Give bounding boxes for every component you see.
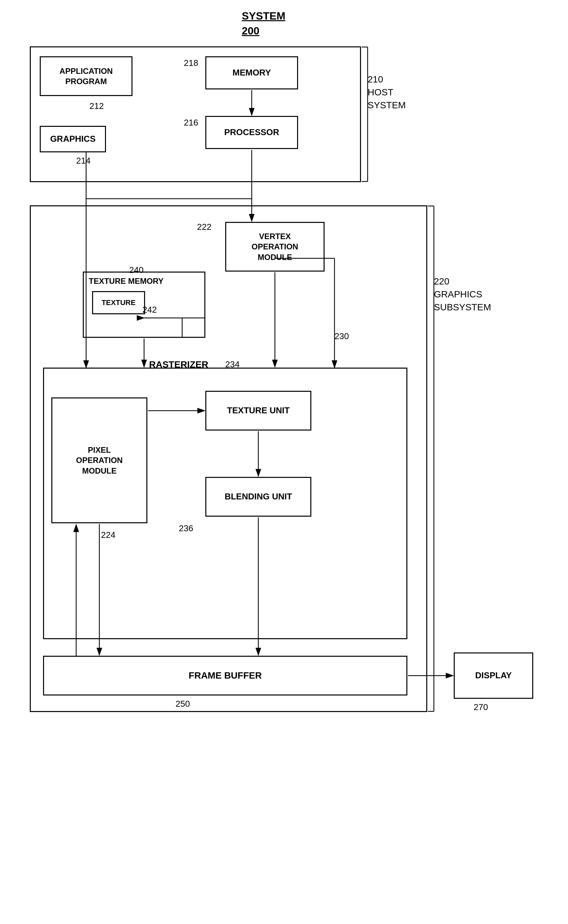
texture-inner-box: TEXTURE [92,291,145,314]
application-program-box: APPLICATIONPROGRAM [40,56,133,96]
processor-box: PROCESSOR [205,116,298,149]
ref-234: 234 [225,359,239,370]
ref-214: 214 [76,156,91,166]
ref-270: 270 [474,702,488,713]
graphics-subsystem-label: 220GRAPHICSSUBSYSTEM [434,275,491,314]
system-num: 200 [242,25,259,37]
system-label: SYSTEM [242,10,286,22]
diagram: SYSTEM 200 APPLICATIONPROGRAM 212 MEMORY… [0,0,568,924]
ref-236: 236 [179,523,193,533]
ref-212: 212 [89,101,104,111]
texture-unit-box: TEXTURE UNIT [205,391,311,430]
blending-unit-box: BLENDING UNIT [205,477,311,516]
display-box: DISPLAY [454,652,533,699]
graphics-box: GRAPHICS [40,126,106,152]
memory-box: MEMORY [205,56,298,89]
ref-222: 222 [197,222,211,232]
ref-224: 224 [101,530,115,540]
pixel-op-module-box: PIXELOPERATIONMODULE [51,397,147,523]
rasterizer-label: RASTERIZER [149,359,208,370]
frame-buffer-box: FRAME BUFFER [43,656,407,696]
host-system-label: 210HOSTSYSTEM [368,73,406,112]
ref-230: 230 [334,331,349,341]
ref-240: 240 [129,265,144,275]
ref-242: 242 [142,305,157,315]
vertex-op-module-box: VERTEXOPERATIONMODULE [225,222,325,272]
ref-250: 250 [175,699,190,709]
ref-218: 218 [184,58,198,68]
ref-216: 216 [184,118,198,128]
